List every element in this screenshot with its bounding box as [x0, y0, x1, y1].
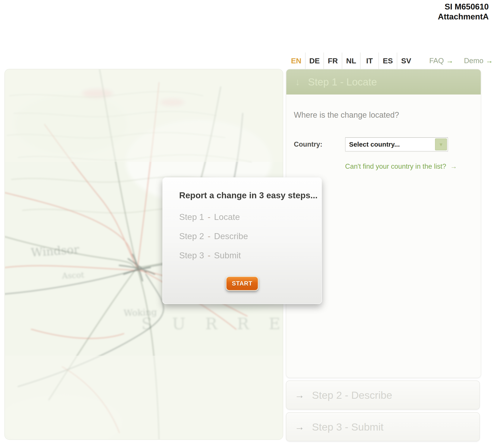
doc-ref-line1: SI M650610 — [438, 2, 489, 12]
intro-card-title: Report a change in 3 easy steps... — [179, 191, 318, 200]
step3-header-label: Step 3 - Submit — [312, 421, 383, 433]
step1-body: Where is the change located? Country: Se… — [286, 95, 481, 170]
tab-sv[interactable]: SV — [397, 53, 415, 69]
start-button[interactable]: START — [226, 276, 259, 291]
country-select-button[interactable]: ▾ — [435, 138, 447, 150]
country-label: Country: — [294, 140, 345, 148]
tab-nl[interactable]: NL — [342, 53, 360, 69]
intro-step-2-name: Describe — [214, 231, 248, 241]
intro-step-2-prefix: Step 2 — [179, 231, 204, 241]
arrow-right-icon: → — [486, 57, 493, 65]
step-separator: - — [208, 251, 210, 260]
country-select[interactable]: Select country... ▾ — [345, 137, 448, 151]
intro-step-3-prefix: Step 3 — [179, 251, 204, 260]
header-links: FAQ → Demo → — [429, 53, 493, 69]
intro-card-steps: Step 1 - Locate Step 2 - Describe Step 3… — [179, 212, 248, 270]
country-select-value: Select country... — [349, 141, 400, 148]
arrow-right-icon: → — [295, 421, 304, 432]
tab-en[interactable]: EN — [287, 53, 305, 69]
step2-header-label: Step 2 - Describe — [312, 389, 392, 401]
intro-step-1: Step 1 - Locate — [179, 212, 248, 222]
tab-de[interactable]: DE — [305, 53, 323, 69]
faq-link-label: FAQ — [429, 57, 444, 65]
intro-step-2: Step 2 - Describe — [179, 231, 248, 241]
step-separator: - — [208, 212, 210, 222]
country-row: Country: Select country... ▾ — [294, 137, 473, 151]
missing-country-link-label: Can't find your country in the list? — [345, 162, 446, 170]
arrow-right-icon: → — [450, 162, 457, 170]
intro-step-1-name: Locate — [214, 212, 240, 222]
tab-es[interactable]: ES — [378, 53, 397, 69]
doc-ref: SI M650610 AttachmentA — [438, 2, 489, 22]
chevron-down-icon: ▾ — [439, 141, 442, 148]
tab-fr[interactable]: FR — [323, 53, 342, 69]
intro-step-1-prefix: Step 1 — [179, 212, 204, 222]
map-label: SURREY — [141, 315, 283, 333]
page-root: SI M650610 AttachmentA EN DE FR NL IT ES… — [0, 0, 494, 448]
demo-link-label: Demo — [464, 57, 483, 65]
chevron-down-icon: ↓ — [295, 76, 300, 87]
intro-card: Report a change in 3 easy steps... Step … — [162, 177, 322, 304]
language-bar: EN DE FR NL IT ES SV FAQ → Demo → — [287, 53, 493, 69]
missing-country-link[interactable]: Can't find your country in the list? → — [345, 162, 473, 170]
faq-link[interactable]: FAQ → — [429, 57, 453, 65]
demo-link[interactable]: Demo → — [464, 57, 493, 65]
intro-step-3-name: Submit — [214, 251, 241, 260]
arrow-right-icon: → — [295, 389, 304, 400]
doc-ref-line2: AttachmentA — [438, 12, 489, 22]
arrow-right-icon: → — [446, 57, 453, 65]
map-label: Ascot — [62, 270, 84, 280]
step3-header[interactable]: → Step 3 - Submit — [286, 412, 480, 441]
step1-header-label: Step 1 - Locate — [308, 76, 377, 88]
step2-header[interactable]: → Step 2 - Describe — [286, 380, 480, 410]
intro-step-3: Step 3 - Submit — [179, 251, 248, 260]
step-separator: - — [208, 231, 210, 241]
tab-it[interactable]: IT — [360, 53, 378, 69]
question-text: Where is the change located? — [294, 110, 473, 120]
step1-header[interactable]: ↓ Step 1 - Locate — [286, 69, 481, 95]
